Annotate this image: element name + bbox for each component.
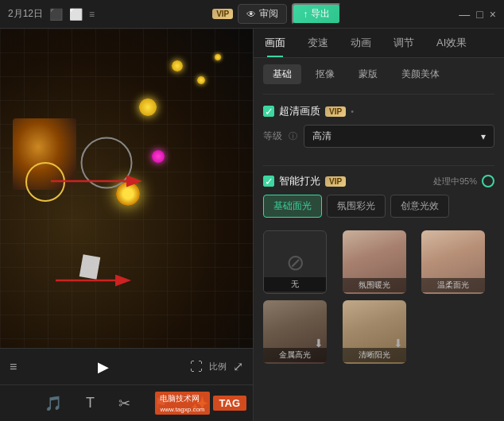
subtab-mask[interactable]: 蒙版 bbox=[349, 64, 387, 84]
light-thumb-ambient[interactable]: 氛围暖光 bbox=[343, 230, 406, 294]
thumb-label-warm: 温柔面光 bbox=[421, 278, 485, 292]
processing-area: 处理中95% bbox=[433, 175, 494, 187]
toolbar-item-audio[interactable]: 🎵 bbox=[45, 395, 62, 412]
top-bar-left: 2月12日 ⬛ ⬜ ≡ bbox=[8, 7, 95, 21]
tab-ai[interactable]: AI效果 bbox=[425, 29, 478, 57]
right-panel: 画面 变速 动画 调节 AI效果 基础 抠像 蒙版 bbox=[253, 29, 504, 421]
window-icon-1: ⬛ bbox=[49, 8, 63, 21]
subtab-cutout[interactable]: 抠像 bbox=[306, 64, 344, 84]
main-container: ≡ ▶ ⛶ 比例 ⤢ 🎵 T ✂ ⚑ ✨ bbox=[0, 29, 504, 421]
tab-animation[interactable]: 动画 bbox=[339, 29, 382, 57]
hd-title: 超清画质 bbox=[279, 104, 320, 118]
tab-adjust[interactable]: 调节 bbox=[382, 29, 425, 57]
text-icon: T bbox=[86, 395, 95, 411]
top-bar-right: — □ × bbox=[459, 8, 496, 21]
minimize-button[interactable]: — bbox=[459, 8, 470, 21]
thumb-label-ambient: 氛围暖光 bbox=[343, 278, 406, 292]
hd-row: ✓ 超清画质 VIP • bbox=[263, 104, 494, 118]
hd-dot-icon: • bbox=[351, 106, 354, 116]
bottom-controls: ≡ ▶ ⛶ 比例 ⤢ bbox=[0, 348, 253, 384]
top-bar: 2月12日 ⬛ ⬜ ≡ VIP 👁 审阅 ↑ 导出 — □ × bbox=[0, 0, 504, 29]
light-grid: ⊘ 无 氛围暖光 温柔面光 ⬇ 金属高光 ⬇ bbox=[254, 230, 504, 372]
tab-picture[interactable]: 画面 bbox=[254, 29, 297, 57]
light-tab-ambient[interactable]: 氛围彩光 bbox=[327, 195, 386, 218]
left-panel: ≡ ▶ ⛶ 比例 ⤢ 🎵 T ✂ ⚑ ✨ bbox=[0, 29, 253, 421]
smart-light-checkbox[interactable]: ✓ bbox=[263, 176, 274, 187]
export-icon: ↑ bbox=[303, 9, 308, 20]
date-label: 2月12日 bbox=[8, 7, 43, 21]
export-button[interactable]: ↑ 导出 bbox=[292, 3, 341, 25]
window-icon-2: ⬜ bbox=[69, 8, 83, 21]
level-label: 等级 bbox=[263, 129, 282, 143]
subtab-basic[interactable]: 基础 bbox=[263, 64, 301, 84]
audio-icon: 🎵 bbox=[45, 395, 62, 412]
level-value: 高清 bbox=[312, 129, 331, 143]
close-button[interactable]: × bbox=[490, 8, 496, 21]
tab-nav: 画面 变速 动画 调节 AI效果 bbox=[254, 29, 504, 58]
light-thumb-warm[interactable]: 温柔面光 bbox=[421, 230, 485, 294]
subtab-beauty[interactable]: 美颜美体 bbox=[392, 64, 449, 84]
watermark: 电脑技术网 www.tagxp.com TAG bbox=[155, 392, 246, 415]
scale-label[interactable]: 比例 bbox=[209, 361, 227, 373]
hd-vip-badge: VIP bbox=[325, 106, 346, 117]
no-effect-icon: ⊘ bbox=[286, 249, 304, 276]
hd-select-row: 等级 ⓘ 高清 ▾ bbox=[263, 125, 494, 148]
review-icon: 👁 bbox=[246, 9, 256, 20]
thumb-label-none: 无 bbox=[264, 277, 326, 292]
hd-checkbox[interactable]: ✓ bbox=[263, 106, 274, 117]
dropdown-arrow: ▾ bbox=[481, 131, 486, 142]
red-arrow bbox=[51, 169, 146, 193]
sub-tabs: 基础 抠像 蒙版 美颜美体 bbox=[254, 58, 504, 91]
toolbar-item-clip[interactable]: ✂ bbox=[118, 395, 130, 412]
thumb-label-golden: 金属高光 bbox=[263, 348, 327, 362]
menu-icon: ≡ bbox=[89, 9, 95, 20]
divider-1 bbox=[263, 94, 494, 95]
light-thumb-golden[interactable]: ⬇ 金属高光 bbox=[263, 300, 327, 364]
fullscreen-crop-icon[interactable]: ⛶ bbox=[190, 360, 203, 374]
smart-light-left: ✓ 智能打光 VIP bbox=[263, 174, 346, 188]
light-tab-creative[interactable]: 创意光效 bbox=[390, 195, 449, 218]
toolbar-item-text[interactable]: T bbox=[86, 395, 95, 411]
video-canvas bbox=[0, 29, 253, 348]
play-button[interactable]: ▶ bbox=[98, 358, 109, 376]
divider-2 bbox=[263, 165, 494, 166]
light-thumb-clear[interactable]: ⬇ 清晰阳光 bbox=[343, 300, 406, 364]
smart-light-title: 智能打光 bbox=[279, 174, 320, 188]
red-arrow-2 bbox=[56, 271, 135, 291]
top-bar-center: VIP 👁 审阅 ↑ 导出 bbox=[212, 3, 341, 25]
level-select[interactable]: 高清 ▾ bbox=[304, 125, 494, 148]
smart-light-header: ✓ 智能打光 VIP 处理中95% bbox=[263, 174, 494, 188]
light-tabs: 基础面光 氛围彩光 创意光效 bbox=[263, 195, 494, 218]
thumb-label-clear: 清晰阳光 bbox=[343, 348, 406, 362]
tab-speed[interactable]: 变速 bbox=[297, 29, 339, 57]
maximize-button[interactable]: □ bbox=[476, 8, 483, 21]
watermark-tag: TAG bbox=[213, 396, 246, 411]
expand-icon[interactable]: ⤢ bbox=[233, 359, 243, 374]
processing-label: 处理中95% bbox=[433, 176, 477, 187]
particle-6 bbox=[152, 150, 165, 163]
hd-section: ✓ 超清画质 VIP • 等级 ⓘ 高清 ▾ bbox=[254, 98, 504, 162]
video-area bbox=[0, 29, 253, 348]
smart-light-vip-badge: VIP bbox=[325, 176, 346, 187]
light-thumb-none[interactable]: ⊘ 无 bbox=[263, 230, 327, 294]
menu-ctrl-icon[interactable]: ≡ bbox=[10, 360, 17, 374]
light-tab-basic[interactable]: 基础面光 bbox=[263, 195, 322, 218]
info-icon[interactable]: ⓘ bbox=[289, 130, 297, 142]
review-button[interactable]: 👁 审阅 bbox=[238, 4, 287, 24]
watermark-site: 电脑技术网 www.tagxp.com bbox=[155, 392, 209, 415]
vip-badge: VIP bbox=[212, 9, 233, 19]
smart-light-section: ✓ 智能打光 VIP 处理中95% 基础面光 氛围彩光 创意光效 bbox=[254, 169, 504, 230]
clip-icon: ✂ bbox=[118, 395, 130, 412]
progress-icon[interactable] bbox=[482, 175, 494, 187]
